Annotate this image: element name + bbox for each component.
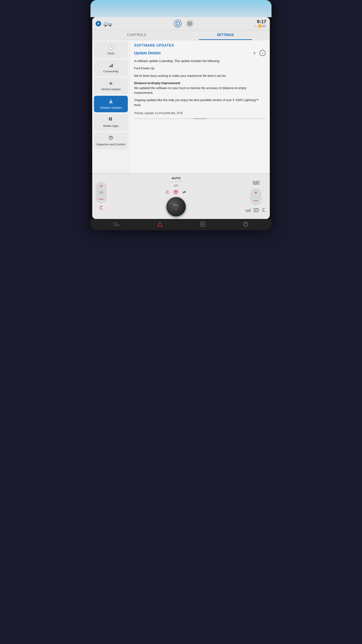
ongoing-text: Ongoing updates like this help you enjoy… (134, 98, 266, 107)
clock-display: 9:17 (255, 19, 266, 24)
temperature-display: 52° (263, 25, 266, 28)
alexa-ring-icon (176, 22, 180, 26)
header-actions: ∧ i (251, 50, 266, 56)
right-temp-increase[interactable]: + (253, 190, 259, 196)
left-temp-label: LO (99, 191, 103, 194)
ac-label: A/C (174, 184, 178, 187)
scroll-strip (134, 118, 266, 119)
park-button[interactable]: P (200, 221, 206, 228)
signal-icon: ↕↑ (255, 24, 257, 28)
left-temp-controls: + LO — (96, 182, 107, 203)
main-display: ✕ (92, 17, 270, 219)
max-fan-bottom[interactable]: MAX (113, 221, 120, 228)
hazard-button[interactable]: ! (157, 221, 163, 228)
svg-rect-12 (111, 64, 112, 67)
svg-rect-16 (111, 118, 112, 119)
close-button[interactable]: ✕ (96, 21, 101, 26)
svg-marker-27 (157, 222, 163, 226)
drive-mode-button[interactable] (243, 221, 249, 228)
update-intro: A software update is pending. This updat… (134, 58, 266, 63)
status-row: ↕↑ 📶 52° (255, 24, 266, 28)
climate-right: + — MAX (245, 180, 266, 213)
collapse-button[interactable]: ∧ (251, 50, 257, 56)
steering-heat-icon[interactable] (173, 190, 178, 196)
left-temp-increase[interactable]: + (98, 183, 104, 189)
seat-heat-icon[interactable] (165, 190, 170, 195)
sidebar-label-clock: Clock (107, 52, 114, 55)
wifi-icon: 📶 (258, 24, 262, 28)
sidebar-item-mobile-apps[interactable]: Mobile Apps (94, 114, 128, 131)
sidebar-label-software-updates: Software Updates (100, 106, 122, 110)
svg-point-5 (105, 25, 106, 26)
info-button[interactable]: i (260, 50, 266, 56)
fan-speed-label: — — — — — (169, 180, 184, 183)
menu-button[interactable] (186, 20, 194, 28)
svg-rect-2 (104, 22, 107, 24)
left-temp-decrease[interactable]: — (98, 196, 104, 202)
svg-text:R: R (258, 209, 259, 210)
svg-rect-24 (254, 208, 258, 212)
priority-id: Priority Update 22-PU1009-MIL-DTE (134, 111, 266, 116)
seat-heat-left[interactable] (98, 205, 104, 211)
auto-label: AUTO (172, 176, 181, 180)
sidebar-item-departure-comfort[interactable]: Departure and Comfort (94, 132, 128, 149)
vol-label: VOL (173, 204, 179, 206)
sidebar-item-vehicle-hotspot[interactable]: Vehicle Hotspot (94, 78, 128, 94)
svg-rect-17 (109, 119, 110, 120)
improvement-desc: We updated the software on your truck to… (134, 86, 246, 94)
svg-point-31 (244, 222, 248, 226)
update-body: A software update is pending. This updat… (134, 58, 266, 116)
sidebar-item-clock[interactable]: 🕐 Clock (94, 42, 128, 58)
defrost-icon[interactable] (252, 180, 260, 187)
section-title: SOFTWARE UPDATES (134, 44, 266, 48)
sidebar-item-connectivity[interactable]: Connectivity (94, 60, 128, 76)
update-header: Update Details ∧ i (134, 50, 266, 56)
svg-rect-3 (107, 22, 108, 24)
max-defrost-button[interactable]: MAX (245, 208, 251, 212)
right-temp-controls: + — (250, 188, 261, 205)
seat-right-icon[interactable] (262, 207, 266, 213)
vol-knob-inner: VOL (173, 204, 179, 210)
svg-rect-15 (109, 118, 110, 119)
header-right: 9:17 ↕↑ 📶 52° (255, 19, 266, 28)
volume-knob[interactable]: VOL (166, 197, 186, 216)
nav-tabs: CONTROLS SETTINGS (92, 30, 270, 40)
improvement-section: Distance-to-Empty Improvement We updated… (134, 81, 266, 95)
alexa-button[interactable] (174, 20, 182, 28)
fan-icon[interactable] (181, 189, 187, 196)
svg-rect-8 (103, 24, 104, 25)
svg-point-14 (111, 84, 111, 85)
update-details-title: Update Details (134, 51, 161, 56)
improvement-title: Distance-to-Empty Improvement (134, 81, 180, 85)
climate-left: + LO — (96, 182, 107, 211)
scroll-thumb (193, 118, 206, 119)
tab-settings[interactable]: SETTINGS (181, 30, 270, 40)
departure-icon (108, 136, 113, 142)
header-left: ✕ (96, 20, 113, 27)
rear-defrost-button[interactable]: R (254, 208, 260, 212)
svg-point-21 (175, 192, 176, 193)
sidebar-label-mobile-apps: Mobile Apps (103, 124, 119, 128)
sidebar: 🕐 Clock Connectivity (92, 40, 130, 173)
svg-text:MAX: MAX (250, 208, 251, 210)
bottom-controls: MAX ! P (90, 219, 272, 230)
header-center (174, 20, 194, 28)
svg-rect-18 (111, 119, 112, 120)
tab-controls[interactable]: CONTROLS (92, 30, 181, 40)
svg-point-7 (110, 25, 111, 26)
svg-point-22 (184, 192, 185, 193)
svg-rect-10 (109, 66, 110, 67)
svg-text:!: ! (159, 224, 160, 226)
sidebar-item-software-updates[interactable]: Software Updates (94, 96, 128, 112)
background-sky (90, 0, 272, 17)
hotspot-icon (108, 81, 113, 86)
svg-text:P: P (202, 222, 204, 226)
svg-rect-9 (111, 24, 112, 25)
sidebar-label-departure-comfort: Departure and Comfort (97, 143, 125, 146)
right-temp-decrease[interactable]: — (253, 198, 259, 204)
dots-grid-icon (188, 22, 192, 25)
mobile-apps-icon (108, 117, 113, 123)
svg-rect-13 (112, 64, 113, 67)
sidebar-label-connectivity: Connectivity (103, 70, 119, 73)
experience-text: We've been busy working to make your exp… (134, 74, 266, 78)
